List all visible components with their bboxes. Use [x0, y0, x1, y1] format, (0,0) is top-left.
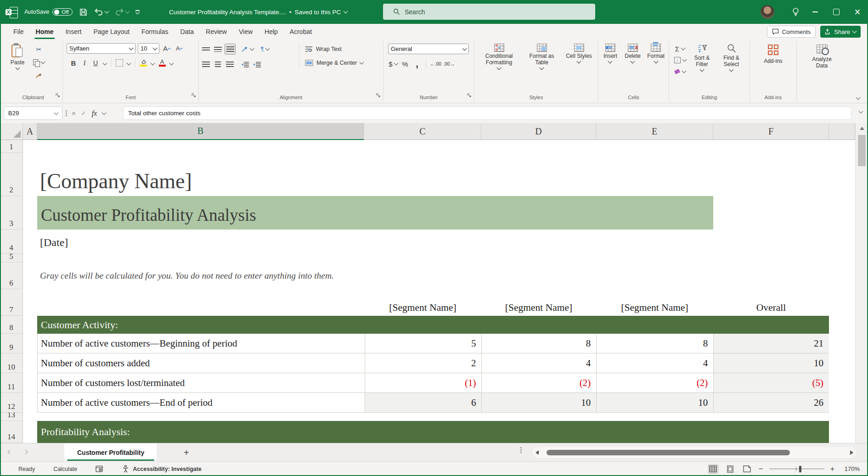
normal-view-button[interactable] [708, 464, 719, 474]
tab-insert[interactable]: Insert [59, 24, 87, 39]
comments-button[interactable]: Comments [767, 26, 816, 38]
company-name-cell[interactable]: [Company Name] [40, 153, 192, 196]
vertical-scrollbar[interactable] [855, 123, 868, 443]
row-header-2[interactable]: 2 [0, 153, 23, 196]
column-header-f[interactable]: F [713, 123, 829, 140]
row-header-6[interactable]: 6 [0, 263, 23, 289]
row-label-cell[interactable]: Number of customers added [38, 353, 365, 373]
ideas-button[interactable] [786, 0, 805, 24]
segment-name-header-1[interactable]: [Segment Name] [364, 289, 481, 316]
row-label-cell[interactable]: Number of active customers—Beginning of … [38, 334, 365, 353]
enter-icon[interactable]: ✓ [81, 110, 86, 117]
alignment-dialog-launcher[interactable] [376, 91, 381, 100]
zoom-in-button[interactable]: + [830, 465, 834, 473]
row-header-5[interactable]: 5 [0, 254, 23, 263]
row-label-cell[interactable]: Number of active customers—End of period [38, 393, 365, 412]
conditional-formatting-button[interactable]: Conditional Formatting [478, 44, 520, 69]
align-left-button[interactable] [201, 59, 211, 69]
search-input[interactable]: Search [383, 4, 595, 20]
horizontal-scrollbar-thumb[interactable] [547, 450, 790, 455]
underline-button[interactable]: U [90, 58, 101, 68]
share-button[interactable]: Share [820, 26, 861, 38]
decrease-indent-button[interactable] [240, 59, 250, 69]
tab-view[interactable]: View [233, 24, 259, 39]
row-header-12[interactable]: 12 [0, 393, 23, 413]
increase-indent-button[interactable] [252, 59, 262, 69]
tab-acrobat[interactable]: Acrobat [284, 24, 318, 39]
column-header-a[interactable]: A [23, 123, 37, 140]
row-header-7[interactable]: 7 [0, 289, 23, 316]
value-cell[interactable]: 5 [365, 334, 482, 353]
expand-formula-bar-button[interactable] [859, 109, 863, 114]
column-header-e[interactable]: E [596, 123, 713, 140]
value-cell[interactable]: 4 [481, 353, 596, 373]
customize-quick-access-button[interactable] [135, 10, 140, 14]
sort-filter-button[interactable]: Sort & Filter [689, 44, 716, 71]
row-header-9[interactable]: 9 [0, 334, 23, 353]
format-painter-button[interactable] [33, 70, 45, 80]
next-sheet-button[interactable] [24, 443, 27, 462]
fill-button[interactable]: ↓ [674, 56, 686, 65]
calculated-cell[interactable]: (5) [713, 373, 829, 392]
chevron-down-icon[interactable] [102, 110, 107, 115]
row-label-cell[interactable]: Number of customers lost/terminated [38, 373, 365, 392]
zoom-level[interactable]: 170% [840, 465, 860, 472]
formula-bar-splitter[interactable] [66, 112, 67, 114]
avatar[interactable] [761, 5, 774, 19]
maximize-button[interactable] [826, 0, 847, 24]
analyze-data-button[interactable]: Analyze Data [807, 45, 837, 69]
accounting-format-button[interactable]: $ [388, 59, 398, 69]
value-cell[interactable]: (2) [481, 373, 596, 392]
name-box[interactable]: B29 [4, 106, 62, 120]
select-all-button[interactable] [0, 123, 23, 140]
tab-data[interactable]: Data [174, 24, 200, 39]
chevron-down-icon[interactable] [103, 61, 107, 65]
cancel-icon[interactable]: × [72, 109, 76, 117]
macro-record-button[interactable] [96, 465, 103, 472]
date-cell[interactable]: [Date] [40, 230, 68, 254]
vertical-scrollbar-thumb[interactable] [858, 135, 866, 166]
tab-page-layout[interactable]: Page Layout [87, 24, 135, 39]
copy-button[interactable] [33, 57, 45, 67]
calculated-cell[interactable]: 10 [596, 393, 713, 412]
orientation-button[interactable] [241, 44, 254, 54]
status-calculate[interactable]: Calculate [53, 466, 77, 472]
instructions-note-cell[interactable]: Gray cells will be calculated for you. Y… [40, 263, 334, 289]
chevron-down-icon[interactable] [151, 61, 155, 65]
increase-decimal-button[interactable]: ←.00 [430, 59, 441, 69]
top-align-button[interactable] [201, 44, 211, 54]
delete-cells-button[interactable]: × Delete [622, 44, 643, 63]
zoom-slider-thumb[interactable] [799, 466, 801, 472]
tab-file[interactable]: File [7, 24, 30, 39]
calculated-cell[interactable]: 26 [713, 393, 829, 412]
redo-button[interactable] [115, 8, 129, 16]
accessibility-status[interactable]: Accessibility: Investigate [122, 465, 201, 473]
find-select-button[interactable]: Find & Select [718, 44, 745, 71]
column-header-c[interactable]: C [364, 123, 481, 140]
comma-style-button[interactable]: , [412, 59, 422, 69]
clear-button[interactable] [674, 67, 686, 76]
row-header-1[interactable]: 1 [0, 140, 23, 153]
decrease-decimal-button[interactable]: .00→ [443, 59, 455, 69]
scroll-left-icon[interactable] [535, 450, 539, 455]
column-header-d[interactable]: D [481, 123, 596, 140]
undo-button[interactable] [94, 8, 108, 16]
grow-font-button[interactable]: A [162, 44, 172, 54]
value-cell[interactable]: 2 [365, 353, 482, 373]
report-title-cell[interactable]: Customer Profitability Analysis [37, 196, 713, 230]
fill-color-button[interactable] [138, 58, 148, 68]
column-header-b[interactable]: B [37, 123, 364, 140]
font-size-select[interactable]: 10 [138, 43, 159, 54]
collapse-ribbon-button[interactable] [856, 95, 861, 100]
number-dialog-launcher[interactable] [467, 91, 472, 100]
borders-button[interactable] [114, 58, 124, 68]
close-button[interactable]: × [847, 0, 868, 24]
addins-button[interactable]: Add-ins [757, 45, 789, 65]
value-cell[interactable]: 8 [481, 334, 596, 353]
excel-logo-icon[interactable]: X [6, 6, 18, 18]
zoom-out-button[interactable]: − [759, 465, 763, 474]
calculated-cell[interactable]: 10 [713, 353, 829, 373]
tab-help[interactable]: Help [259, 24, 284, 39]
autosave-toggle[interactable]: AutoSave Off [24, 8, 73, 16]
horizontal-scrollbar[interactable] [533, 447, 856, 458]
